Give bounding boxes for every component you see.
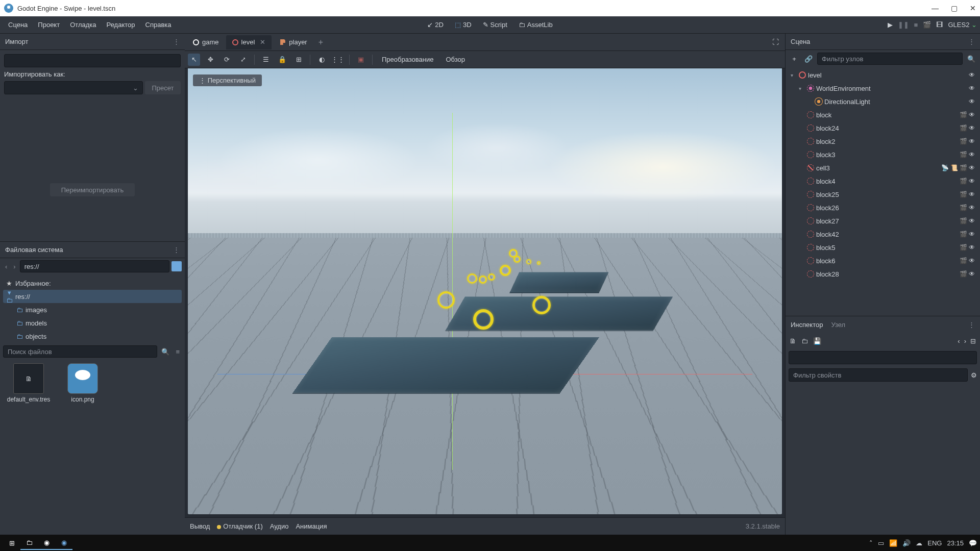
scale-tool[interactable]: ⤢ — [237, 54, 249, 66]
insp-open-icon[interactable]: 🗎 — [790, 337, 796, 345]
taskbar-godot-icon[interactable]: ◉ — [55, 536, 72, 550]
open-scene-icon[interactable]: 🎬 — [960, 204, 967, 211]
pause-button[interactable]: ❚❚ — [898, 21, 909, 29]
maximize-button[interactable]: ▢ — [951, 4, 958, 12]
scene-node[interactable]: block25🎬👁 — [789, 188, 977, 201]
fs-folder[interactable]: 🗀objects — [3, 330, 182, 343]
workspace-3d[interactable]: ⬚ 3D — [451, 19, 476, 31]
play-scene-button[interactable]: 🎬 — [923, 21, 931, 29]
play-custom-button[interactable]: 🎞 — [936, 21, 943, 29]
open-scene-icon[interactable]: 🎬 — [960, 151, 967, 158]
visibility-icon[interactable]: 👁 — [969, 71, 975, 79]
animation-panel-button[interactable]: Анимация — [296, 522, 327, 530]
menu-editor[interactable]: Редактор — [102, 19, 140, 31]
scene-node[interactable]: block6🎬👁 — [789, 254, 977, 267]
open-scene-icon[interactable]: 🎬 — [960, 164, 967, 171]
tray-chevron-icon[interactable]: ˄ — [869, 539, 873, 547]
scene-node[interactable]: block5🎬👁 — [789, 241, 977, 254]
open-scene-icon[interactable]: 🎬 — [960, 231, 967, 238]
group-tool[interactable]: ⊞ — [292, 54, 305, 66]
history-fwd-icon[interactable]: › — [964, 337, 966, 345]
open-scene-icon[interactable]: 🎬 — [960, 257, 967, 264]
history-menu-icon[interactable]: ⊟ — [970, 337, 976, 345]
inspector-tools-icon[interactable]: ⚙ — [971, 371, 977, 379]
fs-forward-button[interactable]: › — [11, 263, 17, 270]
inspector-resource-field[interactable] — [789, 351, 977, 364]
scene-filter-input[interactable]: Фильтр узлов — [817, 53, 963, 65]
inspector-tab[interactable]: Инспектор — [791, 321, 823, 329]
workspace-script[interactable]: ✎ Script — [479, 19, 511, 31]
close-icon[interactable]: ✕ — [260, 38, 265, 46]
taskbar-chrome-icon[interactable]: ◉ — [38, 536, 55, 550]
fs-file-grid[interactable]: 🗎 default_env.tres icon.png — [0, 359, 185, 535]
move-tool[interactable]: ✥ — [204, 54, 216, 66]
add-node-button[interactable]: + — [789, 53, 800, 64]
open-scene-icon[interactable]: 🎬 — [960, 124, 967, 132]
open-scene-icon[interactable]: 🎬 — [960, 217, 967, 224]
visibility-icon[interactable]: 👁 — [969, 257, 975, 264]
fs-file[interactable]: icon.png — [58, 363, 107, 404]
open-scene-icon[interactable]: 🎬 — [960, 270, 967, 278]
open-scene-icon[interactable]: 🎬 — [960, 244, 967, 251]
scene-node[interactable]: block4🎬👁 — [789, 174, 977, 188]
visibility-icon[interactable]: 👁 — [969, 151, 975, 158]
import-resource-field[interactable] — [4, 54, 181, 67]
inspector-filter-input[interactable]: Фильтр свойств — [789, 368, 968, 382]
menu-help[interactable]: Справка — [140, 19, 177, 31]
minimize-button[interactable]: — — [932, 4, 939, 12]
insp-save-icon[interactable]: 💾 — [813, 337, 821, 345]
visibility-icon[interactable]: 👁 — [969, 191, 975, 198]
scene-tab-game[interactable]: game — [187, 35, 225, 49]
visibility-icon[interactable]: 👁 — [969, 217, 975, 224]
lock-tool[interactable]: 🔒 — [276, 54, 288, 66]
fs-path-field[interactable]: res:// — [20, 260, 169, 272]
search-icon[interactable]: 🔍 — [159, 348, 172, 356]
select-tool[interactable]: ↖ — [188, 54, 200, 66]
visibility-icon[interactable]: 👁 — [969, 138, 975, 145]
play-button[interactable]: ▶ — [888, 21, 893, 29]
camera-override-tool[interactable]: ▣ — [355, 54, 367, 66]
snap-tool[interactable]: ⋮⋮ — [332, 54, 344, 66]
visibility-icon[interactable]: 👁 — [969, 270, 975, 278]
distraction-free-icon[interactable]: ⛶ — [768, 38, 783, 46]
fs-search-input[interactable]: Поиск файлов — [3, 345, 157, 358]
open-scene-icon[interactable]: 🎬 — [960, 111, 967, 118]
local-space-tool[interactable]: ◐ — [315, 54, 328, 66]
fs-split-toggle[interactable] — [172, 261, 182, 271]
scene-node[interactable]: DirectionalLight👁 — [789, 95, 977, 108]
visibility-icon[interactable]: 👁 — [969, 98, 975, 105]
fs-view-mode-icon[interactable]: ≡ — [174, 348, 182, 356]
visibility-icon[interactable]: 👁 — [969, 111, 975, 118]
history-back-icon[interactable]: ‹ — [958, 337, 960, 345]
node-tab[interactable]: Узел — [831, 321, 845, 329]
filesystem-dock-title[interactable]: Файловая система⋮ — [0, 242, 185, 258]
scene-node[interactable]: block42🎬👁 — [789, 228, 977, 241]
menu-debug[interactable]: Отладка — [65, 19, 101, 31]
scene-tab-level[interactable]: level✕ — [226, 35, 272, 49]
visibility-icon[interactable]: 👁 — [969, 164, 975, 171]
close-button[interactable]: ✕ — [970, 4, 976, 12]
menu-project[interactable]: Проект — [33, 19, 65, 31]
open-scene-icon[interactable]: 🎬 — [960, 191, 967, 198]
scene-node[interactable]: block26🎬👁 — [789, 201, 977, 214]
perspective-selector[interactable]: ⋮ Перспективный — [193, 74, 262, 86]
audio-panel-button[interactable]: Аудио — [270, 522, 289, 530]
scene-tree[interactable]: ▾level👁▾WorldEnvironment👁DirectionalLigh… — [786, 67, 980, 316]
fs-root[interactable]: ▾ 🗀res:// — [3, 290, 182, 303]
renderer-selector[interactable]: GLES2 ⌄ — [948, 21, 977, 29]
dock-menu-icon[interactable]: ⋮ — [173, 38, 180, 45]
import-dock-title[interactable]: Импорт⋮ — [0, 34, 185, 50]
open-scene-icon[interactable]: 🎬 — [960, 138, 967, 145]
tray-lang[interactable]: ENG — [927, 539, 942, 547]
tray-cloud-icon[interactable]: ☁ — [916, 539, 922, 547]
rotate-tool[interactable]: ⟳ — [220, 54, 233, 66]
dock-menu-icon[interactable]: ⋮ — [173, 246, 180, 254]
tray-notifications-icon[interactable]: 💬 — [969, 539, 977, 547]
transform-menu[interactable]: Преобразование — [378, 56, 438, 63]
visibility-icon[interactable]: 👁 — [969, 85, 975, 92]
taskbar-explorer-icon[interactable]: 🗀 — [20, 536, 38, 550]
scene-node[interactable]: cell3📡📜🎬👁 — [789, 161, 977, 174]
instance-scene-button[interactable]: 🔗 — [803, 53, 814, 64]
visibility-icon[interactable]: 👁 — [969, 231, 975, 238]
fs-tree[interactable]: ★Избранное: ▾ 🗀res:// 🗀images 🗀models 🗀o… — [0, 274, 185, 344]
